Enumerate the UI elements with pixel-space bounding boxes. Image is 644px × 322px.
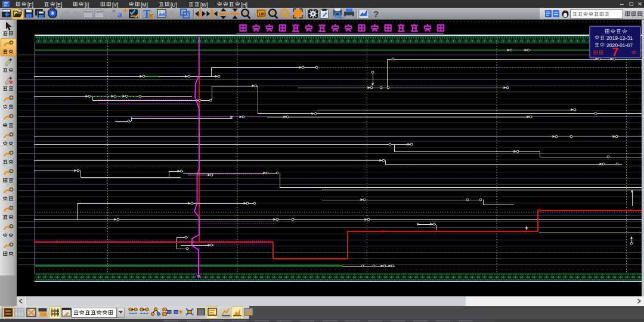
svg-text:[W]: [W]: [200, 2, 208, 8]
svg-text:2020-01-07: 2020-01-07: [606, 42, 633, 48]
svg-text:[U]: [U]: [171, 2, 177, 8]
svg-text:Z: Z: [169, 10, 175, 19]
svg-text:[E]: [E]: [56, 2, 62, 8]
svg-text:[H]: [H]: [241, 2, 247, 8]
svg-text:100: 100: [258, 11, 266, 17]
svg-text:a: a: [117, 10, 122, 19]
svg-text:[F]: [F]: [27, 2, 33, 8]
svg-text:[I]: [I]: [85, 2, 89, 8]
svg-text:[V]: [V]: [112, 2, 118, 8]
svg-text:7: 7: [612, 45, 618, 58]
svg-text:?: ?: [373, 9, 379, 19]
svg-text:[M]: [M]: [141, 2, 148, 8]
svg-text:2019-12-31: 2019-12-31: [606, 35, 633, 41]
